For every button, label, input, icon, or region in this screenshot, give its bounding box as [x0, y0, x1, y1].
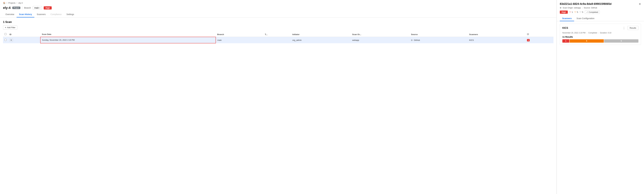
scanner-card-header: KICS ⋮ Results [562, 26, 638, 30]
completed-badge: ✓ Completed [585, 10, 600, 14]
right-title-row: 83d221a1-6824-4c9a-8da9-699015f8065d ✕ [560, 2, 641, 6]
meta-separator: | [582, 7, 582, 9]
scanner-meta: November 20, 2022 2:19 PM | Completed | … [562, 32, 638, 34]
scanner-card: KICS ⋮ Results November 20, 2022 2:19 PM… [560, 24, 641, 45]
th-scan-origin: Scan Or... [351, 32, 410, 37]
right-tab-scan-configuration[interactable]: Scan Configuration [574, 16, 597, 21]
table-row[interactable]: ⧉ Sunday, November 20, 2022 2:19 PM main… [3, 37, 554, 44]
github-icon: ⊙ [411, 39, 412, 41]
branch-label: Branch [24, 7, 31, 9]
branch-value: main [34, 7, 39, 9]
scan-id-title: 83d221a1-6824-4c9a-8da9-699015f8065d [560, 2, 639, 6]
completed-label: Completed [589, 11, 598, 13]
th-type: T... [263, 32, 291, 37]
results-button[interactable]: Results [628, 26, 638, 30]
bar-red: 1 [562, 39, 569, 43]
badge-orange-count: 5 [577, 11, 578, 13]
row-checkbox-cell [3, 37, 8, 44]
tab-compliance: Compliance [48, 12, 64, 18]
row-checkbox[interactable] [4, 39, 6, 41]
right-tab-scanners[interactable]: Scanners [560, 16, 574, 21]
scanner-meta-sep-2: | [598, 32, 599, 34]
chevron-down-icon: ▾ [40, 7, 40, 9]
scanner-timestamp: November 20, 2022 2:19 PM [562, 32, 586, 34]
right-meta: ⊕ Scan Origin: webapp | Source: GitHub [560, 7, 641, 9]
shield-orange-icon: 🛡 [574, 11, 576, 13]
breadcrumb: 🏠 > Projects > ely-4 [0, 0, 556, 5]
source-label: Source: GitHub [584, 7, 597, 9]
tab-overview[interactable]: Overview [3, 12, 16, 18]
right-badges: High 🛡 1 🛡 5 🛡 5 ✓ Completed [560, 10, 641, 14]
left-content: 1 Scan ≡ Add Filter ID Scan Date Branch … [0, 18, 556, 194]
bar-red-value: 1 [565, 40, 566, 42]
right-content: KICS ⋮ Results November 20, 2022 2:19 PM… [557, 21, 644, 194]
row-scan-date-cell: Sunday, November 20, 2022 2:19 PM [40, 37, 216, 44]
th-severity: 🛡 [526, 32, 554, 37]
breadcrumb-sep-1: > [6, 2, 8, 4]
tab-scanners[interactable]: Scanners [34, 12, 48, 18]
th-scanners: Scanners [468, 32, 526, 37]
scan-date-value: Sunday, November 20, 2022 2:19 PM [42, 39, 214, 42]
row-initiator-cell: org_admin [291, 37, 351, 44]
results-bar: 1 5 5 [562, 39, 638, 43]
close-button[interactable]: ✕ [639, 2, 641, 6]
scanner-header-right: ⋮ Results [622, 26, 638, 30]
more-options-button[interactable]: ⋮ [622, 26, 626, 30]
shield-red-icon: 🛡 [569, 11, 571, 13]
breadcrumb-project[interactable]: ely-4 [18, 2, 22, 4]
severity-count-badge: 1 [527, 39, 530, 42]
row-scanners-cell: KICS [468, 37, 526, 44]
right-header: 83d221a1-6824-4c9a-8da9-699015f8065d ✕ ⊕… [557, 0, 644, 21]
th-branch: Branch [216, 32, 263, 37]
right-severity-badge: High [560, 10, 568, 14]
th-scan-date: Scan Date [40, 32, 216, 37]
bar-gray: 5 [604, 39, 638, 43]
project-header: ely-4 Project Branch main ▾ High [0, 5, 556, 12]
left-panel: 🏠 > Projects > ely-4 ely-4 Project Branc… [0, 0, 557, 194]
right-panel: 83d221a1-6824-4c9a-8da9-699015f8065d ✕ ⊕… [557, 0, 644, 194]
breadcrumb-projects[interactable]: Projects [8, 2, 16, 4]
tab-settings[interactable]: Settings [64, 12, 76, 18]
tab-scan-history[interactable]: Scan History [16, 12, 34, 18]
row-source-cell: ⊙ GitHub [410, 37, 468, 44]
filter-icon: ≡ [5, 26, 6, 28]
add-filter-label: Add Filter [7, 26, 16, 28]
scan-count: 1 Scan [3, 20, 554, 24]
badge-gray-shield: 🛡 5 [580, 11, 583, 13]
severity-badge: High [44, 6, 52, 10]
row-type-cell [263, 37, 291, 44]
scan-table: ID Scan Date Branch T... Initiator Scan … [3, 32, 554, 44]
copy-id-button[interactable]: ⧉ [10, 38, 13, 42]
shield-gray-icon: 🛡 [580, 11, 582, 13]
project-badge: Project [12, 7, 20, 9]
origin-icon: ⊕ [560, 7, 562, 9]
bar-gray-value: 5 [621, 40, 622, 42]
th-checkbox [3, 32, 8, 37]
scanner-name: KICS [562, 27, 568, 29]
badge-gray-count: 5 [582, 11, 583, 13]
scan-origin-label: Scan Origin: webapp [563, 7, 581, 9]
check-icon: ✓ [586, 11, 588, 13]
select-all-checkbox[interactable] [4, 33, 6, 35]
badge-red-count: 1 [572, 11, 573, 13]
breadcrumb-sep-2: > [16, 2, 18, 4]
scanner-meta-sep-1: | [586, 32, 587, 34]
badge-orange-shield: 🛡 5 [574, 11, 578, 13]
th-source: Source [410, 32, 468, 37]
row-severity-cell: 1 [526, 37, 554, 44]
bar-orange-value: 5 [586, 40, 587, 42]
results-count: 11 Results [562, 36, 638, 38]
th-initiator: Initiator [291, 32, 351, 37]
row-id-cell: ⧉ [8, 37, 40, 44]
left-tabs: Overview Scan History Scanners Complianc… [0, 12, 556, 18]
home-icon[interactable]: 🏠 [3, 2, 6, 4]
row-scan-origin-cell: webapp [351, 37, 410, 44]
add-filter-button[interactable]: ≡ Add Filter [3, 26, 17, 30]
source-value: GitHub [414, 39, 420, 41]
badge-red-shield: 🛡 1 [569, 11, 573, 13]
bar-orange: 5 [570, 39, 604, 43]
row-branch-cell: main [216, 37, 263, 44]
branch-dropdown[interactable]: main ▾ [33, 6, 42, 10]
scanner-status: Completed [588, 32, 597, 34]
scanner-duration: Duration: 0:10 [600, 32, 611, 34]
